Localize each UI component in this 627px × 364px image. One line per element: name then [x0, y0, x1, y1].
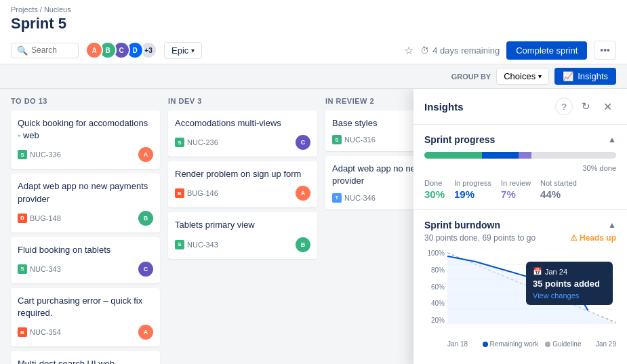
story-icon: S [18, 150, 27, 159]
ticket-id: NUC-354 [30, 328, 61, 336]
card[interactable]: Tablets primary view S NUC-343 B [168, 212, 317, 258]
more-options-button[interactable]: ••• [594, 41, 616, 60]
progress-inprogress-bar [482, 152, 519, 159]
ticket-id: NUC-343 [187, 241, 218, 249]
card-title: Quick booking for accomodations - web [18, 117, 153, 142]
card[interactable]: Render problem on sign up form B BUG-146… [168, 161, 317, 207]
page-title: Sprint 5 [11, 15, 616, 37]
story-icon: S [332, 135, 342, 144]
chevron-up-icon: ▲ [608, 135, 616, 144]
avatar: A [138, 325, 153, 340]
y-label-60: 60% [424, 283, 445, 291]
card-title: Fluid booking on tablets [18, 244, 153, 256]
progress-done-bar [424, 152, 482, 159]
y-label-100: 100% [424, 249, 445, 257]
ticket-id: NUC-336 [30, 150, 61, 159]
breadcrumb: Projects / Nucleus [11, 5, 616, 14]
heads-up-badge: ⚠ Heads up [570, 233, 616, 243]
y-label-20: 20% [424, 317, 445, 324]
avatar: A [138, 147, 153, 162]
column-header-indev: IN DEV 3 [168, 97, 317, 105]
help-icon-button[interactable]: ? [555, 98, 573, 115]
search-input[interactable] [31, 45, 72, 55]
search-box[interactable]: 🔍 [11, 43, 79, 58]
card-title: Cart purchasing error – quick fix requir… [18, 295, 153, 319]
chart-icon: 📈 [563, 71, 573, 81]
avatar: B [296, 237, 310, 252]
y-label-40: 40% [424, 300, 445, 307]
avatar: C [296, 135, 310, 150]
card-title: Adapt web app no new payments provider [18, 180, 153, 205]
avatars-group: A B C D +3 [85, 41, 157, 59]
burndown-tooltip: 📅 Jan 24 35 points added View changes [526, 262, 613, 305]
story-icon: S [175, 138, 184, 147]
card[interactable]: Multi-dest search UI web S NUC-338 D [11, 351, 160, 364]
star-icon[interactable]: ☆ [404, 44, 413, 57]
burndown-subtitle: 30 points done, 69 points to go [424, 233, 535, 243]
story-icon: S [18, 264, 27, 274]
chevron-down-icon: ▾ [191, 47, 195, 54]
stat-inreview: In review 7% [501, 179, 531, 200]
ticket-id: NUC-346 [344, 194, 376, 202]
tooltip-link[interactable]: View changes [533, 291, 606, 300]
guideline-dot [545, 342, 550, 347]
chart-legend: Remaining work Guideline [483, 340, 582, 348]
progress-summary: 30% done [582, 164, 616, 172]
choices-button[interactable]: Choices ▾ [496, 68, 549, 85]
stat-done: Done 30% [424, 179, 445, 200]
card[interactable]: Adapt web app no new payments provider B… [11, 174, 160, 232]
column-header-todo: TO DO 13 [11, 97, 160, 105]
ticket-id: BUG-148 [30, 214, 61, 222]
ticket-id: BUG-146 [187, 189, 218, 197]
task-icon: T [332, 193, 342, 203]
insights-panel-title: Insights [424, 101, 464, 113]
insights-button[interactable]: 📈 Insights [554, 68, 616, 85]
chart-date-start: Jan 18 [447, 340, 468, 348]
epic-label: Epic [171, 45, 188, 56]
chart-date-end: Jan 29 [596, 340, 616, 348]
remaining-work-dot [483, 342, 488, 347]
card[interactable]: Quick booking for accomodations - web S … [11, 110, 160, 169]
ticket-id: NUC-316 [344, 136, 376, 144]
close-icon-button[interactable]: ✕ [599, 98, 616, 115]
chevron-up-icon: ▲ [608, 220, 616, 230]
group-by-label: GROUP BY [451, 73, 491, 81]
card-title: Tablets primary view [175, 219, 310, 231]
bug-icon: B [175, 188, 184, 198]
progress-inreview-bar [519, 152, 532, 159]
bug-icon: B [18, 327, 27, 337]
refresh-icon-button[interactable]: ↻ [577, 98, 594, 115]
tooltip-value: 35 points added [533, 279, 606, 289]
avatar: A [296, 186, 310, 201]
card[interactable]: Cart purchasing error – quick fix requir… [11, 288, 160, 346]
calendar-icon: 📅 [533, 267, 542, 276]
stat-inprogress: In progress 19% [454, 179, 491, 200]
clock-icon: ⏱ [420, 45, 429, 56]
days-remaining: ⏱ 4 days remaining [420, 45, 500, 56]
complete-sprint-button[interactable]: Complete sprint [506, 41, 587, 60]
column-indev: IN DEV 3 Accomodations multi-views S NUC… [168, 97, 317, 362]
ticket-id: NUC-236 [187, 138, 218, 146]
card[interactable]: Fluid booking on tablets S NUC-343 C [11, 237, 160, 283]
avatar: C [138, 262, 153, 277]
ticket-id: NUC-343 [30, 265, 61, 273]
avatar: A [85, 41, 103, 59]
sprint-progress-title: Sprint progress [424, 134, 495, 145]
epic-filter-button[interactable]: Epic ▾ [164, 42, 202, 59]
burndown-title: Sprint burndown [424, 220, 500, 230]
card-title: Render problem on sign up form [175, 168, 310, 180]
story-icon: S [175, 240, 184, 249]
y-label-80: 80% [424, 266, 445, 274]
card-title: Accomodations multi-views [175, 117, 310, 129]
column-todo: TO DO 13 Quick booking for accomodations… [11, 97, 160, 362]
stat-notstarted: Not started 44% [540, 179, 577, 200]
bug-icon: B [18, 214, 27, 223]
warning-icon: ⚠ [570, 233, 578, 243]
search-icon: 🔍 [17, 45, 28, 56]
card-title: Multi-dest search UI web [18, 358, 153, 364]
card[interactable]: Accomodations multi-views S NUC-236 C [168, 110, 317, 157]
insights-panel: Insights ? ↻ ✕ Sprint progress ▲ 30% don… [413, 89, 627, 364]
avatar: B [138, 211, 153, 226]
chevron-down-icon: ▾ [538, 73, 542, 80]
